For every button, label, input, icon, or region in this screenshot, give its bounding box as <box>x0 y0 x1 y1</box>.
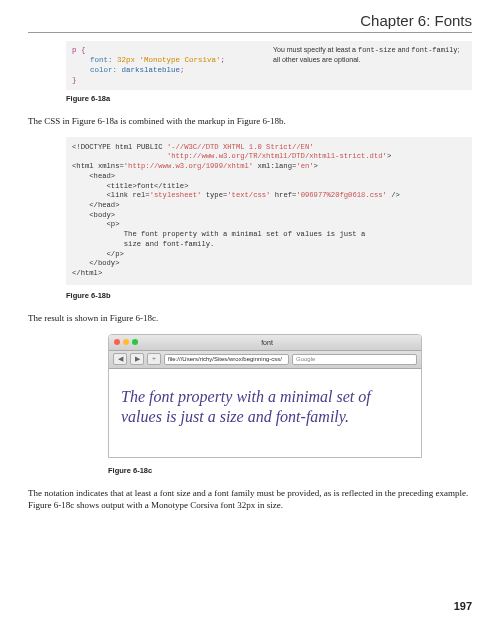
code-block-a: p { font: 32px 'Monotype Corsiva'; color… <box>66 41 472 90</box>
note-text: You must specify at least a <box>273 46 358 53</box>
code-line: </title> <box>154 182 189 190</box>
code-line: </head> <box>72 201 119 209</box>
code-line: ; <box>221 56 226 64</box>
code-line: } <box>72 76 77 84</box>
code-line: '-//W3C//DTD XHTML 1.0 Strict//EN' <box>167 143 314 151</box>
code-line: 'text/css' <box>227 191 270 199</box>
note-text: and <box>396 46 412 53</box>
code-line: The font property with a minimal set of … <box>72 230 365 238</box>
code-line: font <box>137 182 154 190</box>
chapter-header: Chapter 6: Fonts <box>28 12 472 33</box>
code-a-left: p { font: 32px 'Monotype Corsiva'; color… <box>72 45 265 86</box>
code-line: type= <box>201 191 227 199</box>
browser-screenshot: font ◀ ▶ + file:///Users/richy/Sites/wro… <box>108 334 422 458</box>
code-line: </html> <box>72 269 102 277</box>
code-line: darkslateblue <box>117 66 180 74</box>
traffic-lights <box>114 339 138 345</box>
code-line: </body> <box>72 259 119 267</box>
browser-title: font <box>138 339 396 346</box>
rendered-paragraph: The font property with a minimal set of … <box>121 387 409 427</box>
close-icon <box>114 339 120 345</box>
code-line: href= <box>270 191 296 199</box>
code-line: <html xmlns= <box>72 162 124 170</box>
caption-c: Figure 6-18c <box>108 466 472 475</box>
browser-titlebar: font <box>109 335 421 351</box>
code-line: 'http://www.w3.org/1999/xhtml' <box>124 162 253 170</box>
forward-button: ▶ <box>130 353 144 365</box>
code-a-note: You must specify at least a font-size an… <box>273 45 466 86</box>
search-placeholder: Google <box>296 356 315 362</box>
page-number: 197 <box>454 600 472 612</box>
code-line: </p> <box>72 250 124 258</box>
code-line: <body> <box>72 211 115 219</box>
code-line: '096977%20fg0618.css' <box>296 191 387 199</box>
code-line: ; <box>180 66 185 74</box>
browser-viewport: The font property with a minimal set of … <box>109 369 421 457</box>
code-line: 'en' <box>296 162 313 170</box>
paragraph-3: The notation indicates that at least a f… <box>28 487 472 511</box>
code-line: /> <box>387 191 400 199</box>
code-line: xml:lang= <box>253 162 296 170</box>
code-line: <p> <box>72 220 119 228</box>
code-block-b: <!DOCTYPE html PUBLIC '-//W3C//DTD XHTML… <box>66 137 472 285</box>
add-button: + <box>147 353 161 365</box>
note-mono: font-size <box>358 46 396 54</box>
code-block-a-wrap: p { font: 32px 'Monotype Corsiva'; color… <box>66 41 472 90</box>
code-line: > <box>387 152 391 160</box>
address-bar: file:///Users/richy/Sites/wrox/beginning… <box>164 354 289 365</box>
code-line: p { <box>72 46 86 54</box>
browser-toolbar: ◀ ▶ + file:///Users/richy/Sites/wrox/beg… <box>109 351 421 369</box>
paragraph-1: The CSS in Figure 6-18a is combined with… <box>28 115 472 127</box>
note-mono: font-family <box>411 46 457 54</box>
code-line: size and font-family. <box>72 240 214 248</box>
minimize-icon <box>123 339 129 345</box>
code-line: <!DOCTYPE html PUBLIC <box>72 143 167 151</box>
code-line: 'http://www.w3.org/TR/xhtml1/DTD/xhtml1-… <box>72 152 387 160</box>
search-field: Google <box>292 354 417 365</box>
code-line: > <box>314 162 318 170</box>
code-line: 32px 'Monotype Corsiva' <box>113 56 221 64</box>
code-line: color: <box>72 66 117 74</box>
code-line: <title> <box>72 182 137 190</box>
caption-a: Figure 6-18a <box>66 94 472 103</box>
browser-window: font ◀ ▶ + file:///Users/richy/Sites/wro… <box>108 334 422 458</box>
code-line: <head> <box>72 172 115 180</box>
paragraph-2: The result is shown in Figure 6-18c. <box>28 312 472 324</box>
caption-b: Figure 6-18b <box>66 291 472 300</box>
code-line: font: <box>72 56 113 64</box>
back-button: ◀ <box>113 353 127 365</box>
code-line: <link rel= <box>72 191 150 199</box>
code-line: 'stylesheet' <box>150 191 202 199</box>
